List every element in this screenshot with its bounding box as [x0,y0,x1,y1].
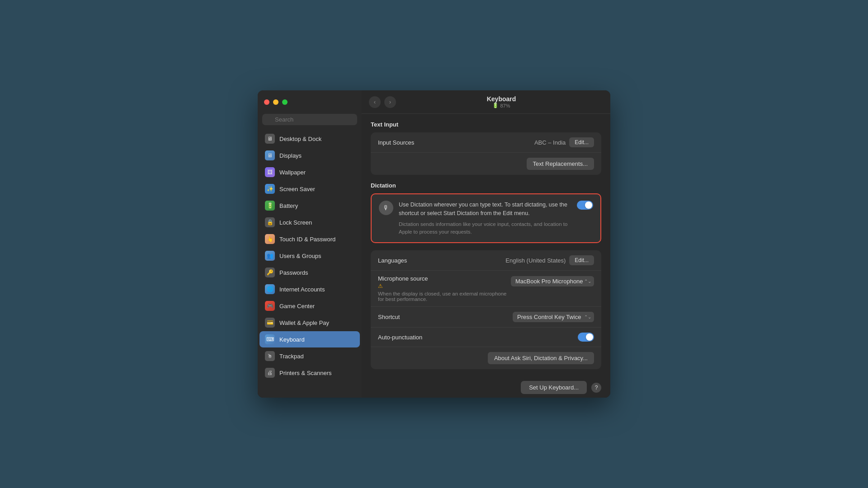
content-area: Text Input Input Sources ABC – India Edi… [362,114,610,398]
languages-edit-button[interactable]: Edit... [569,255,594,265]
sidebar-item-label: Touch ID & Password [279,236,335,243]
sidebar-item-game-center[interactable]: 🎮 Game Center [259,298,360,314]
sidebar-item-passwords[interactable]: 🔑 Passwords [259,264,360,281]
game-center-icon: 🎮 [265,301,275,311]
dictation-text-area: Use Dictation wherever you can type text… [399,201,571,236]
maximize-button[interactable] [282,99,288,105]
microphone-icon: 🎙 [379,201,393,215]
page-title: Keyboard [487,95,516,103]
lock-screen-icon: 🔒 [265,217,275,227]
keyboard-icon: ⌨ [265,334,275,344]
sidebar-item-screen-saver[interactable]: ✨ Screen Saver [259,181,360,197]
sidebar-item-touch-id[interactable]: 👆 Touch ID & Password [259,231,360,247]
sidebar-item-battery[interactable]: 🔋 Battery [259,197,360,214]
sidebar-item-printers[interactable]: 🖨 Printers & Scanners [259,365,360,381]
trackpad-icon: 🖱 [265,351,275,361]
setup-keyboard-button[interactable]: Set Up Keyboard... [521,381,587,394]
touch-id-icon: 👆 [265,234,275,244]
sidebar-item-displays[interactable]: 🖥 Displays [259,147,360,164]
sidebar-item-label: Trackpad [279,353,304,360]
dictation-sub-text: Dictation sends information like your vo… [399,221,571,236]
dictation-section-title: Dictation [371,182,601,189]
sidebar-item-trackpad[interactable]: 🖱 Trackpad [259,348,360,364]
mic-source-row: Microphone source ⚠ When the display is … [371,271,601,307]
sidebar: 🔍 🖥 Desktop & Dock 🖥 Displays 🖼 Wallpape… [258,90,362,398]
mic-source-info: Microphone source ⚠ When the display is … [378,275,511,302]
auto-punctuation-toggle[interactable] [578,333,594,342]
back-button[interactable]: ‹ [369,96,381,108]
passwords-icon: 🔑 [265,267,275,277]
desktop-dock-icon: 🖥 [265,134,275,144]
internet-accounts-icon: 🌐 [265,284,275,294]
privacy-row: About Ask Siri, Dictation & Privacy... [371,347,601,369]
sidebar-item-label: Printers & Scanners [279,370,332,376]
sidebar-item-wallet[interactable]: 💳 Wallet & Apple Pay [259,314,360,331]
mic-source-label: Microphone source [378,275,511,282]
input-sources-row: Input Sources ABC – India Edit... [371,132,601,153]
titlebar [258,90,362,114]
sidebar-item-label: Screen Saver [279,186,315,192]
shortcut-row: Shortcut Press Control Key Twice ⌃⌄ [371,307,601,328]
page-title-area: Keyboard 🔋 87% [400,95,603,109]
dictation-settings-card: Languages English (United States) Edit..… [371,250,601,369]
sidebar-item-users-groups[interactable]: 👥 Users & Groups [259,248,360,264]
battery-icon: 🔋 [265,201,275,211]
displays-icon: 🖥 [265,150,275,160]
warning-icon: ⚠ [378,283,383,289]
sidebar-item-label: Wallpaper [279,169,306,176]
main-content: ‹ › Keyboard 🔋 87% Text Input Input Sour… [362,90,610,398]
search-container: 🔍 [258,114,362,130]
users-groups-icon: 👥 [265,251,275,261]
mic-source-select[interactable]: MacBook Pro Microphone [511,276,594,286]
screen-saver-icon: ✨ [265,184,275,194]
languages-row: Languages English (United States) Edit..… [371,250,601,271]
mic-warning-text: ⚠ When the display is closed, use an ext… [378,283,511,302]
text-input-section-title: Text Input [371,121,601,128]
shortcut-label: Shortcut [378,314,513,320]
forward-button[interactable]: › [384,96,396,108]
sidebar-item-internet-accounts[interactable]: 🌐 Internet Accounts [259,281,360,297]
battery-indicator-icon: 🔋 [492,103,499,108]
sidebar-item-label: Users & Groups [279,253,321,259]
close-button[interactable] [264,99,269,105]
sidebar-list: 🖥 Desktop & Dock 🖥 Displays 🖼 Wallpaper … [258,130,362,398]
footer-row: Set Up Keyboard... ? [371,376,601,397]
search-input[interactable] [262,114,357,125]
input-sources-label: Input Sources [378,139,534,146]
sidebar-item-keyboard[interactable]: ⌨ Keyboard [259,331,360,347]
sidebar-item-label: Displays [279,152,302,159]
sidebar-item-wallpaper[interactable]: 🖼 Wallpaper [259,164,360,180]
shortcut-select-wrapper: Press Control Key Twice ⌃⌄ [513,312,594,322]
sidebar-item-desktop-dock[interactable]: 🖥 Desktop & Dock [259,131,360,147]
dictation-main-text: Use Dictation wherever you can type text… [399,201,571,218]
shortcut-select[interactable]: Press Control Key Twice [513,312,594,322]
dictation-toggle[interactable] [577,201,593,210]
input-sources-edit-button[interactable]: Edit... [569,137,594,147]
printers-icon: 🖨 [265,368,275,378]
sidebar-item-label: Wallet & Apple Pay [279,319,329,326]
text-replacements-button[interactable]: Text Replacements... [527,158,594,170]
wallet-icon: 💳 [265,318,275,328]
sidebar-item-label: Battery [279,202,298,209]
system-preferences-window: 🔍 🖥 Desktop & Dock 🖥 Displays 🖼 Wallpape… [258,90,610,398]
auto-punct-label: Auto-punctuation [378,334,578,341]
sidebar-item-label: Keyboard [279,336,305,343]
mic-source-select-wrapper: MacBook Pro Microphone ⌃⌄ [511,276,594,286]
page-subtitle: 🔋 87% [492,103,510,108]
minimize-button[interactable] [273,99,278,105]
mic-warning-detail: When the display is closed, use an exter… [378,291,511,302]
sidebar-item-label: Internet Accounts [279,286,325,293]
text-input-card: Input Sources ABC – India Edit... Text R… [371,132,601,175]
languages-label: Languages [378,257,505,264]
main-titlebar: ‹ › Keyboard 🔋 87% [362,90,610,114]
sidebar-item-label: Passwords [279,269,308,276]
auto-punctuation-row: Auto-punctuation [371,328,601,347]
privacy-button[interactable]: About Ask Siri, Dictation & Privacy... [488,352,594,364]
wallpaper-icon: 🖼 [265,167,275,177]
sidebar-item-label: Lock Screen [279,219,312,226]
text-replacements-row: Text Replacements... [371,153,601,175]
sidebar-item-lock-screen[interactable]: 🔒 Lock Screen [259,214,360,230]
help-button[interactable]: ? [591,383,601,393]
languages-value: English (United States) [505,257,566,264]
battery-percentage: 87% [500,103,510,108]
